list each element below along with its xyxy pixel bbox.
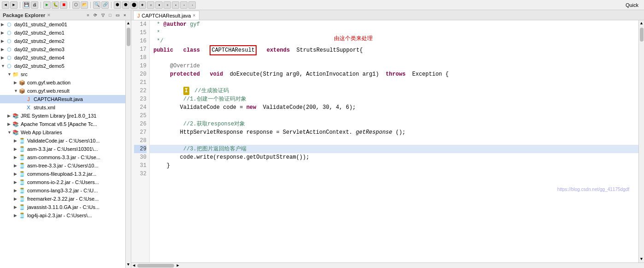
tree-item-jre[interactable]: ▶ 📚 JRE System Library [jre1.8.0_131 bbox=[0, 112, 125, 120]
tree-item-day02c[interactable]: ▶ ⬡ day02_struts2_demo3 bbox=[0, 45, 125, 54]
toolbar-btn-extra10[interactable]: ⬫ bbox=[188, 1, 196, 9]
collapse-all-icon[interactable]: ≡ bbox=[85, 12, 91, 18]
toolbar-btn-run[interactable]: ▶ bbox=[43, 1, 51, 9]
tree-item-label: commons-lang3-3.2.jar - C:\U... bbox=[27, 188, 98, 193]
tree-item-day02b[interactable]: ▶ ⬡ day02_struts2_demo2 bbox=[0, 37, 125, 45]
toolbar-btn-search[interactable]: 🔍 bbox=[93, 1, 100, 9]
toolbar-btn-extra4[interactable]: ◈ bbox=[139, 1, 146, 9]
tree-item-struts[interactable]: ▶ X struts.xml bbox=[0, 103, 125, 112]
tree-item-commonsio[interactable]: ▶ 🫙 commons-io-2.2.jar - C:\Users... bbox=[0, 178, 125, 186]
code-editor[interactable]: * @author gyf * */ public class CAPTCHAR… bbox=[150, 20, 638, 262]
tree-item-validatecode[interactable]: ▶ 🫙 ValidateCode.jar - C:\Users\10... bbox=[0, 137, 125, 145]
tree-item-weblibs[interactable]: ▼ 📚 Web App Libraries bbox=[0, 128, 125, 137]
toolbar-btn-extra7[interactable]: ⬨ bbox=[164, 1, 171, 9]
line-num-17: 17 bbox=[134, 45, 146, 54]
line-num-18: 18 bbox=[134, 54, 146, 62]
tree-item-freemarker[interactable]: ▶ 🫙 freemarker-2.3.22.jar - C:\Use... bbox=[0, 195, 125, 203]
jar-icon: 🫙 bbox=[18, 187, 26, 194]
tree-item-commonslang[interactable]: ▶ 🫙 commons-lang3-3.2.jar - C:\U... bbox=[0, 186, 125, 195]
line-num-28: 28 bbox=[134, 137, 146, 145]
editor-scrollbar-v[interactable]: ▲ ▼ bbox=[638, 20, 644, 262]
comment-span: * bbox=[153, 30, 160, 36]
tree-item-action[interactable]: ▶ 📦 com.gyf.web.action bbox=[0, 78, 125, 87]
scroll-left-icon[interactable]: ◀ bbox=[131, 262, 136, 268]
toolbar-btn-extra9[interactable]: ⬪ bbox=[180, 1, 187, 9]
line-num-24: 24 bbox=[134, 103, 146, 112]
code-line-15: * bbox=[150, 29, 638, 37]
tree-item-day02e[interactable]: ▼ ⬡ day02_struts2_demo5 bbox=[0, 62, 125, 70]
panel-header-icons: ≡ ⟳ ▽ □ ▭ × bbox=[85, 12, 128, 18]
editor-scroll-down-icon[interactable]: ▼ bbox=[639, 256, 644, 262]
toolbar-btn-print[interactable]: 🖨 bbox=[31, 1, 38, 9]
toolbar-btn-stop[interactable]: ⏹ bbox=[60, 1, 67, 9]
toolbar-btn-ref[interactable]: 🔗 bbox=[101, 1, 109, 9]
toolbar-btn-save[interactable]: 💾 bbox=[23, 1, 30, 9]
toolbar-btn-extra6[interactable]: ⬧ bbox=[155, 1, 163, 9]
tree-item-asmcommons[interactable]: ▶ 🫙 asm-commons-3.3.jar - C:\Use... bbox=[0, 153, 125, 161]
toolbar-btn-back[interactable]: ◀ bbox=[2, 1, 9, 9]
tree-item-label: commons-fileupload-1.3.2.jar... bbox=[27, 171, 96, 177]
package-explorer-scrollbar[interactable]: ▲ ▼ bbox=[125, 20, 131, 268]
comment-chinese-29: //3.把图片返回给客户端 bbox=[183, 146, 246, 152]
jar-icon: 🫙 bbox=[18, 137, 26, 144]
comment-span: */ bbox=[153, 38, 164, 44]
tree-item-label: log4j-api-2.3.jar - C:\Users\... bbox=[27, 213, 92, 218]
tree-item-label: day02_struts2_demo1 bbox=[14, 30, 64, 36]
toolbar-btn-extra5[interactable]: ⬦ bbox=[147, 1, 154, 9]
maximize-icon[interactable]: ▭ bbox=[114, 12, 121, 18]
sync-icon[interactable]: ⟳ bbox=[92, 12, 99, 18]
scroll-thumb[interactable] bbox=[127, 28, 130, 46]
toolbar-btn-extra3[interactable]: ⬤ bbox=[130, 1, 138, 9]
jar-icon: 🫙 bbox=[18, 203, 26, 211]
code-line-16: */ bbox=[150, 37, 638, 45]
line-num-30: 30 bbox=[134, 153, 146, 161]
editor-scroll-thumb[interactable] bbox=[640, 28, 644, 42]
tree-item-day01[interactable]: ▶ ⬡ day01_struts2_demo01 bbox=[0, 20, 125, 29]
project-icon: ⬡ bbox=[6, 21, 13, 28]
toolbar-btn-open[interactable]: 📂 bbox=[81, 1, 88, 9]
tree-item-label: Apache Tomcat v8.5 [Apache Tc... bbox=[21, 121, 97, 127]
editor-scrollbar-h[interactable]: ◀ ▶ bbox=[131, 262, 644, 268]
close-panel-icon[interactable]: × bbox=[122, 12, 128, 18]
h-scroll-thumb[interactable] bbox=[137, 264, 174, 268]
tree-item-javassist[interactable]: ▶ 🫙 javassist-3.11.0.GA.jar - C:\Us... bbox=[0, 203, 125, 211]
toolbar-btn-new[interactable]: ⬡ bbox=[72, 1, 80, 9]
tab-close-button[interactable]: × bbox=[193, 13, 195, 18]
toolbar-btn-extra8[interactable]: ⬩ bbox=[172, 1, 179, 9]
package-explorer-title: Package Explorer bbox=[3, 12, 45, 18]
package-explorer-tab-icon: ✕ bbox=[47, 13, 51, 18]
tree-item-log4j[interactable]: ▶ 🫙 log4j-api-2.3.jar - C:\Users\... bbox=[0, 211, 125, 220]
code-line-28 bbox=[150, 137, 638, 145]
tree-item-captcha[interactable]: ▶ J CAPTCHAResult.java bbox=[0, 95, 125, 103]
tree-item-label: commons-io-2.2.jar - C:\Users... bbox=[27, 179, 99, 185]
arrow-icon: ▶ bbox=[14, 138, 18, 143]
scroll-down-icon[interactable]: ▼ bbox=[126, 262, 130, 268]
code-line-23: //1.创建一个验证码对象 bbox=[150, 95, 638, 103]
editor-tab-captcha[interactable]: J CAPTCHAResult.java × bbox=[133, 11, 199, 20]
scroll-right-icon[interactable]: ▶ bbox=[175, 262, 180, 268]
tree-item-day02d[interactable]: ▶ ⬡ day02_struts2_demo4 bbox=[0, 54, 125, 62]
toolbar-btn-extra2[interactable]: ⬣ bbox=[122, 1, 129, 9]
tree-item-src[interactable]: ▼ 📁 src bbox=[0, 70, 125, 78]
tab-label: CAPTCHAResult.java bbox=[142, 13, 191, 18]
line-num-21: 21 bbox=[134, 78, 146, 87]
minimize-icon[interactable]: □ bbox=[107, 12, 113, 18]
library-icon: 📚 bbox=[12, 129, 19, 136]
tree-item-asmtree[interactable]: ▶ 🫙 asm-tree-3.3.jar - C:\Users\10... bbox=[0, 161, 125, 170]
tree-item-day02a[interactable]: ▶ ⬡ day02_struts2_demo1 bbox=[0, 29, 125, 37]
line-num-25: 25 bbox=[134, 112, 146, 120]
tree-item-asm33[interactable]: ▶ 🫙 asm-3.3.jar - C:\Users\10301\... bbox=[0, 145, 125, 153]
toolbar-btn-debug[interactable]: 🐛 bbox=[52, 1, 59, 9]
scroll-up-icon[interactable]: ▲ bbox=[126, 20, 130, 27]
line-num-26: 26 bbox=[134, 120, 146, 128]
toolbar-btn-forward[interactable]: ▶ bbox=[10, 1, 18, 9]
tree-item-result[interactable]: ▼ 📦 com.gyf.web.result bbox=[0, 87, 125, 95]
tree-item-tomcat[interactable]: ▶ 📚 Apache Tomcat v8.5 [Apache Tc... bbox=[0, 120, 125, 128]
toolbar-btn-extra1[interactable]: ⬢ bbox=[114, 1, 121, 9]
line-num-19: 19 bbox=[134, 62, 146, 70]
editor-scroll-up-icon[interactable]: ▲ bbox=[639, 20, 644, 27]
arrow-icon: ▶ bbox=[14, 172, 18, 176]
panel-menu-icon[interactable]: ▽ bbox=[100, 12, 106, 18]
arrow-icon: ▶ bbox=[14, 147, 18, 151]
tree-item-commonsfile[interactable]: ▶ 🫙 commons-fileupload-1.3.2.jar... bbox=[0, 170, 125, 178]
